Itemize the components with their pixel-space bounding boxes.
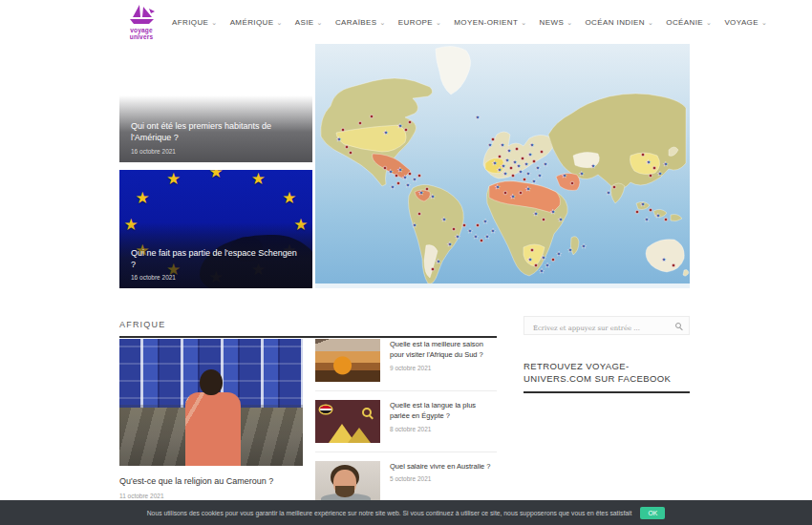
featured-title[interactable]: Qui ne fait pas partie de l'espace Schen… xyxy=(131,247,301,270)
map-marker-star: ★ xyxy=(661,256,667,262)
map-marker-star: ★ xyxy=(558,216,564,222)
site-logo[interactable]: voyage univers xyxy=(119,3,163,40)
nav-item-asie[interactable]: ASIE⌄ xyxy=(295,18,323,27)
map-marker-star: ★ xyxy=(412,221,417,228)
featured-date: 16 octobre 2021 xyxy=(131,274,301,281)
search-box xyxy=(524,316,690,335)
map-marker-star: ★ xyxy=(567,246,573,253)
map-marker-star: ★ xyxy=(397,122,403,129)
facebook-widget-heading: RETROUVEZ VOYAGE-UNIVERS.COM SUR FACEBOO… xyxy=(524,361,690,393)
map-marker-star: ★ xyxy=(581,242,587,249)
article-thumbnail xyxy=(315,461,380,504)
map-marker-dot xyxy=(570,181,574,185)
main-article-cameroun[interactable]: Qu'est-ce que la religion au Cameroun ? … xyxy=(119,339,303,499)
site-header: voyage univers AFRIQUE⌄ AMÉRIQUE⌄ ASIE⌄ … xyxy=(0,0,812,44)
map-marker-star: ★ xyxy=(527,151,533,158)
map-marker-dot xyxy=(672,263,675,267)
map-marker-star: ★ xyxy=(412,176,417,182)
featured-overlay: Qui ont été les premiers habitants de l'… xyxy=(119,95,312,161)
chevron-down-icon: ⌄ xyxy=(648,19,653,26)
featured-article-america[interactable]: Qui ont été les premiers habitants de l'… xyxy=(119,43,312,162)
nav-item-afrique[interactable]: AFRIQUE⌄ xyxy=(172,18,218,27)
map-marker-star: ★ xyxy=(447,241,453,247)
map-marker-dot xyxy=(452,227,456,231)
article-thumbnail xyxy=(315,400,380,443)
map-marker-dot xyxy=(462,223,466,227)
search-input[interactable] xyxy=(524,320,689,337)
article-title[interactable]: Quel salaire vivre en Australie ? xyxy=(390,461,490,472)
list-item-egypte[interactable]: Quelle est la langue la plus parlée en É… xyxy=(315,400,497,452)
map-marker-star: ★ xyxy=(518,168,524,175)
map-marker-dot xyxy=(530,248,534,252)
world-map-image[interactable]: ★★★★★★★★★★★★★★★★★★★★★★★★★★★★★★★★★★★★★★★★… xyxy=(315,43,690,288)
search-icon[interactable] xyxy=(675,323,681,328)
map-marker-dot xyxy=(635,210,639,214)
map-marker-star: ★ xyxy=(336,136,342,142)
map-marker-dot xyxy=(358,121,362,125)
map-marker-dot xyxy=(542,218,545,221)
eu-star-icon: ★ xyxy=(251,170,266,189)
map-marker-star: ★ xyxy=(482,218,488,224)
eu-star-icon: ★ xyxy=(166,170,181,189)
map-marker-star: ★ xyxy=(497,166,502,173)
map-marker-star: ★ xyxy=(504,157,510,163)
map-marker-dot xyxy=(498,155,502,158)
nav-item-caraibes[interactable]: CARAÏBES⌄ xyxy=(335,18,386,27)
featured-article-schengen[interactable]: ★★★★★★★★★★★★ Qui ne fait pas partie de l… xyxy=(119,170,312,289)
article-title[interactable]: Quelle est la meilleure saison pour visi… xyxy=(390,339,497,361)
featured-title[interactable]: Qui ont été les premiers habitants de l'… xyxy=(131,120,301,143)
nav-item-oceanie[interactable]: OCÉANIE⌄ xyxy=(666,18,712,27)
nav-item-ocean-indien[interactable]: OCÉAN INDIEN⌄ xyxy=(585,18,653,27)
chevron-down-icon: ⌄ xyxy=(436,19,441,26)
map-marker-star: ★ xyxy=(562,172,567,178)
map-marker-star: ★ xyxy=(640,200,646,207)
main-nav: AFRIQUE⌄ AMÉRIQUE⌄ ASIE⌄ CARAÏBES⌄ EUROP… xyxy=(172,0,767,44)
map-marker-star: ★ xyxy=(537,172,543,178)
eu-star-icon: ★ xyxy=(282,188,296,208)
chevron-down-icon: ⌄ xyxy=(706,19,712,26)
nav-item-moyen-orient[interactable]: MOYEN-ORIENT⌄ xyxy=(454,18,526,27)
map-marker-star: ★ xyxy=(484,233,490,240)
eu-star-icon: ★ xyxy=(135,188,149,208)
map-marker-dot xyxy=(664,218,668,221)
map-marker-star: ★ xyxy=(405,181,411,188)
nav-item-news[interactable]: NEWS⌄ xyxy=(540,18,573,27)
map-marker-star: ★ xyxy=(430,193,436,200)
list-item-afrique-du-sud[interactable]: Quelle est la meilleure saison pour visi… xyxy=(315,339,497,391)
map-marker-dot xyxy=(431,267,435,271)
map-marker-star: ★ xyxy=(455,233,460,240)
map-marker-dot xyxy=(649,208,652,212)
cookie-ok-button[interactable]: OK xyxy=(640,507,665,519)
nav-item-voyage[interactable]: VOYAGE⌄ xyxy=(724,18,767,27)
map-marker-star: ★ xyxy=(388,168,394,175)
map-marker-star: ★ xyxy=(543,160,548,167)
article-date: 9 octobre 2021 xyxy=(390,365,497,371)
chevron-down-icon: ⌄ xyxy=(277,19,283,26)
site-logo-text: voyage univers xyxy=(119,27,163,40)
pyramid-icon xyxy=(348,428,371,443)
sidebar: RETROUVEZ VOYAGE-UNIVERS.COM SUR FACEBOO… xyxy=(524,316,690,393)
article-title[interactable]: Qu'est-ce que la religion au Cameroun ? xyxy=(119,476,303,488)
map-marker-dot xyxy=(480,239,483,242)
map-marker-star: ★ xyxy=(525,185,531,192)
eu-star-icon: ★ xyxy=(208,170,223,182)
hero-section: Qui ont été les premiers habitants de l'… xyxy=(119,43,690,288)
map-marker-star: ★ xyxy=(541,254,546,261)
map-marker-dot xyxy=(511,174,515,178)
map-marker-dot xyxy=(425,187,429,191)
article-title[interactable]: Quelle est la langue la plus parlée en É… xyxy=(390,400,497,422)
map-marker-star: ★ xyxy=(506,147,512,154)
nav-item-europe[interactable]: EUROPE⌄ xyxy=(398,18,441,27)
map-marker-star: ★ xyxy=(579,170,585,177)
map-marker-star: ★ xyxy=(383,129,389,136)
chevron-down-icon: ⌄ xyxy=(521,19,526,26)
section-title[interactable]: AFRIQUE xyxy=(119,320,165,329)
featured-overlay: Qui ne fait pas partie de l'espace Schen… xyxy=(119,222,312,288)
map-marker-star: ★ xyxy=(397,166,403,173)
article-date: 11 octobre 2021 xyxy=(119,493,303,499)
cookie-consent-bar: Nous utilisons des cookies pour vous gar… xyxy=(0,500,812,525)
chevron-down-icon: ⌄ xyxy=(317,19,323,26)
map-marker-star: ★ xyxy=(473,233,479,240)
nav-item-amerique[interactable]: AMÉRIQUE⌄ xyxy=(230,18,283,27)
map-marker-dot xyxy=(509,166,513,170)
